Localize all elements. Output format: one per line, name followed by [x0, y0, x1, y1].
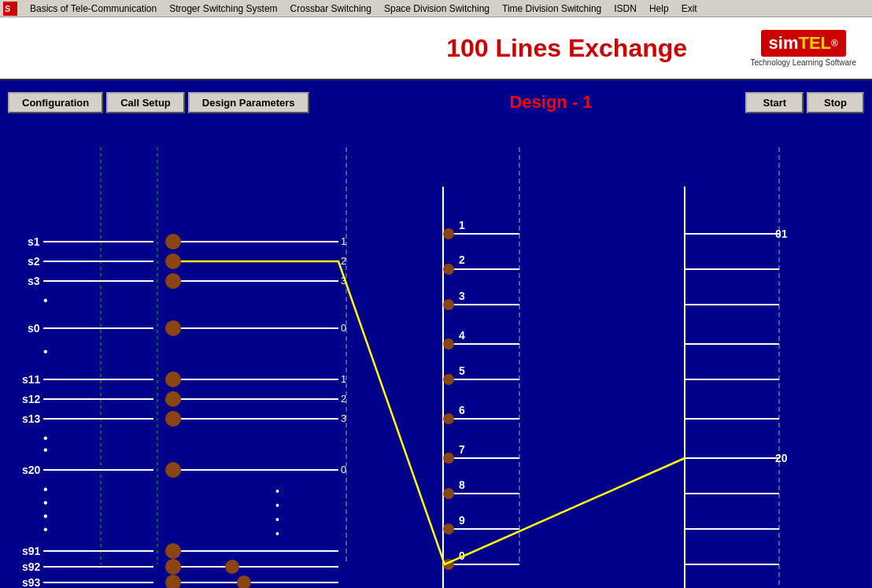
svg-text:•: •	[43, 483, 48, 496]
menu-crossbar[interactable]: Crossbar Switching	[284, 2, 378, 16]
svg-text:•: •	[275, 485, 279, 497]
svg-text:•: •	[43, 443, 48, 457]
out-label-20: 20	[775, 452, 788, 464]
mid-label-0a: 0	[341, 322, 346, 334]
label-s3: s3	[28, 275, 40, 287]
dot-s91	[165, 543, 181, 559]
svg-text:•: •	[43, 509, 48, 523]
menu-stroger[interactable]: Stroger Switching System	[163, 2, 283, 16]
main-panel: Configuration Call Setup Design Paramete…	[0, 80, 872, 588]
simtel-logo: simTEL®	[761, 30, 846, 57]
dot-s12	[165, 391, 181, 407]
logo-subtitle: Technology Learning Software	[750, 58, 856, 67]
ctr-dot-6	[443, 413, 454, 424]
dot-s92	[165, 559, 181, 575]
ctr-dot-9	[443, 523, 454, 534]
header: 100 Lines Exchange simTEL® Technology Le…	[0, 17, 872, 80]
ctr-dot-1	[443, 228, 454, 239]
ctr-label-8: 8	[459, 479, 465, 491]
ctr-label-3: 3	[459, 290, 465, 302]
mid-dot-91	[225, 560, 239, 574]
ctr-label-6: 6	[459, 404, 465, 416]
label-s91: s91	[22, 545, 41, 557]
dot-s1	[165, 234, 181, 250]
menu-isdn[interactable]: ISDN	[608, 2, 643, 16]
label-s13: s13	[22, 412, 41, 425]
mid-label-1a: 1	[341, 235, 346, 247]
dot-s11	[165, 372, 181, 387]
svg-text:•: •	[43, 496, 48, 509]
label-s11: s11	[22, 373, 41, 386]
menu-time[interactable]: Time Division Switching	[496, 2, 608, 16]
label-s2: s2	[28, 255, 40, 268]
dot-s13	[165, 411, 181, 427]
ctr-label-5: 5	[459, 364, 465, 377]
ctr-label-2: 2	[459, 253, 465, 266]
ctr-label-7: 7	[459, 443, 465, 456]
ctr-label-1: 1	[459, 219, 465, 231]
ctr-dot-7	[443, 453, 454, 464]
svg-text:•: •	[43, 523, 48, 536]
switching-diagram: s1 s2 s3 • s0 • s11 s12 s13 • •	[0, 124, 872, 588]
svg-text:•: •	[275, 499, 279, 512]
svg-text:•: •	[275, 513, 279, 526]
mid-label-2a: 2	[341, 255, 346, 267]
svg-text:•: •	[43, 294, 48, 307]
call-path	[181, 261, 685, 564]
menu-exit[interactable]: Exit	[675, 2, 704, 16]
toolbar: Configuration Call Setup Design Paramete…	[8, 88, 864, 116]
ctr-label-9: 9	[459, 514, 465, 527]
app-logo: S	[3, 2, 17, 16]
svg-text:S: S	[5, 4, 10, 13]
logo-box: simTEL® Technology Learning Software	[750, 30, 856, 67]
label-s0: s0	[28, 322, 40, 335]
label-s20: s20	[22, 464, 41, 476]
ctr-dot-4	[443, 338, 454, 349]
ctr-dot-5	[443, 374, 454, 385]
dot-s20	[165, 462, 181, 478]
design-label: Design - 1	[360, 92, 743, 113]
dot-s0	[165, 320, 181, 336]
label-s1: s1	[28, 235, 40, 248]
label-s92: s92	[22, 560, 41, 573]
call-setup-button[interactable]: Call Setup	[106, 92, 185, 113]
ctr-dot-2	[443, 264, 454, 275]
mid-label-1b: 1	[341, 373, 346, 385]
label-s12: s12	[22, 393, 41, 405]
design-parameters-button[interactable]: Design Parameters	[188, 92, 309, 113]
menu-basics[interactable]: Basics of Tele-Communication	[24, 2, 163, 16]
svg-text:•: •	[43, 345, 48, 358]
mid-dot-92	[237, 575, 251, 588]
menubar: S Basics of Tele-Communication Stroger S…	[0, 0, 872, 17]
configuration-button[interactable]: Configuration	[8, 92, 103, 113]
svg-text:•: •	[275, 527, 279, 540]
menu-space[interactable]: Space Division Switching	[378, 2, 496, 16]
sim-text: sim	[769, 33, 799, 54]
mid-label-2b: 2	[341, 393, 346, 405]
mid-label-0b: 0	[341, 464, 346, 475]
trademark: ®	[831, 38, 838, 49]
label-s93: s93	[22, 576, 41, 588]
tel-text: TEL	[798, 33, 831, 54]
dot-s93	[165, 575, 181, 588]
stop-button[interactable]: Stop	[807, 92, 864, 113]
dot-s3	[165, 273, 181, 289]
ctr-label-4: 4	[459, 329, 465, 342]
dot-s2	[165, 253, 181, 269]
mid-label-3b: 3	[341, 412, 346, 424]
start-button[interactable]: Start	[745, 92, 804, 113]
ctr-dot-8	[443, 488, 454, 499]
page-title: 100 Lines Exchange	[383, 34, 751, 63]
menu-help[interactable]: Help	[643, 2, 675, 16]
ctr-dot-3	[443, 299, 454, 310]
